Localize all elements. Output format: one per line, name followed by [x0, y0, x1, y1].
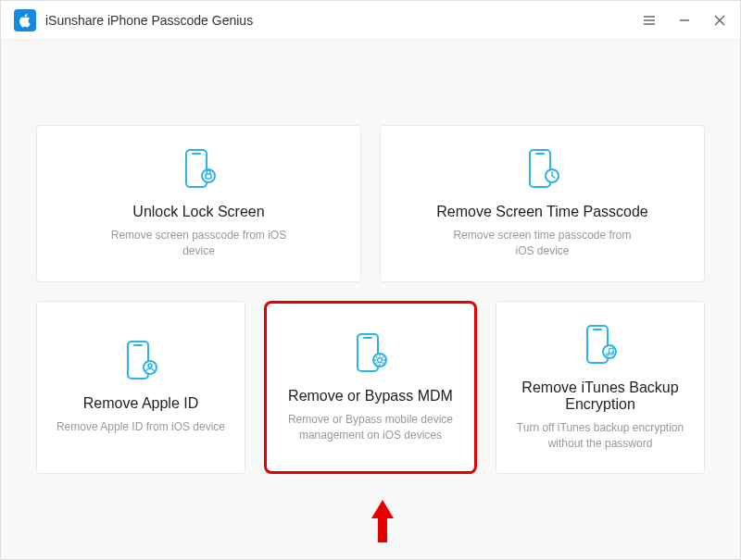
svg-line-30: [376, 363, 377, 364]
card-desc: Turn off iTunes backup encryption withou…: [511, 420, 689, 452]
phone-lock-icon: [181, 148, 218, 191]
phone-clock-icon: [524, 148, 561, 191]
card-title: Remove Apple ID: [83, 395, 199, 412]
app-title: iSunshare iPhone Passcode Genius: [45, 13, 642, 28]
main-content: Unlock Lock Screen Remove screen passcod…: [1, 40, 740, 559]
close-icon: [714, 15, 725, 26]
app-window: iSunshare iPhone Passcode Genius: [0, 0, 741, 560]
menu-button[interactable]: [642, 13, 657, 28]
svg-rect-10: [530, 150, 550, 187]
phone-gear-icon: [352, 332, 389, 375]
card-desc: Remove screen passcode from iOS device: [102, 228, 296, 259]
card-remove-apple-id[interactable]: Remove Apple ID Remove Apple ID from iOS…: [36, 301, 245, 475]
card-remove-bypass-mdm[interactable]: Remove or Bypass MDM Remove or Bypass mo…: [264, 301, 477, 475]
minimize-button[interactable]: [677, 13, 692, 28]
card-remove-itunes-backup-encryption[interactable]: Remove iTunes Backup Encryption Turn off…: [496, 301, 705, 475]
card-title: Remove Screen Time Passcode: [436, 204, 648, 220]
minimize-icon: [679, 15, 690, 26]
svg-line-27: [376, 356, 377, 357]
svg-rect-15: [128, 342, 148, 379]
svg-rect-19: [358, 334, 378, 371]
card-row-bottom: Remove Apple ID Remove Apple ID from iOS…: [36, 301, 705, 475]
svg-rect-31: [587, 326, 608, 363]
svg-line-28: [383, 363, 383, 364]
phone-user-icon: [122, 340, 159, 382]
card-unlock-lock-screen[interactable]: Unlock Lock Screen Remove screen passcod…: [36, 125, 361, 282]
window-controls: [642, 13, 727, 28]
card-desc: Remove screen time passcode from iOS dev…: [446, 228, 640, 259]
svg-rect-6: [186, 150, 207, 187]
close-button[interactable]: [712, 13, 727, 28]
card-title: Unlock Lock Screen: [132, 204, 264, 220]
svg-point-8: [202, 169, 215, 182]
svg-line-29: [383, 356, 383, 357]
titlebar: iSunshare iPhone Passcode Genius: [1, 1, 740, 40]
card-title: Remove or Bypass MDM: [288, 388, 453, 404]
card-desc: Remove Apple ID from iOS device: [57, 419, 225, 435]
card-remove-screen-time[interactable]: Remove Screen Time Passcode Remove scree…: [380, 125, 705, 282]
phone-music-icon: [582, 324, 619, 367]
card-title: Remove iTunes Backup Encryption: [511, 380, 689, 413]
apple-icon: [18, 13, 32, 28]
card-desc: Remove or Bypass mobile device managemen…: [282, 412, 459, 443]
hamburger-icon: [643, 15, 656, 26]
app-logo-icon: [14, 9, 36, 31]
card-row-top: Unlock Lock Screen Remove screen passcod…: [36, 125, 705, 282]
